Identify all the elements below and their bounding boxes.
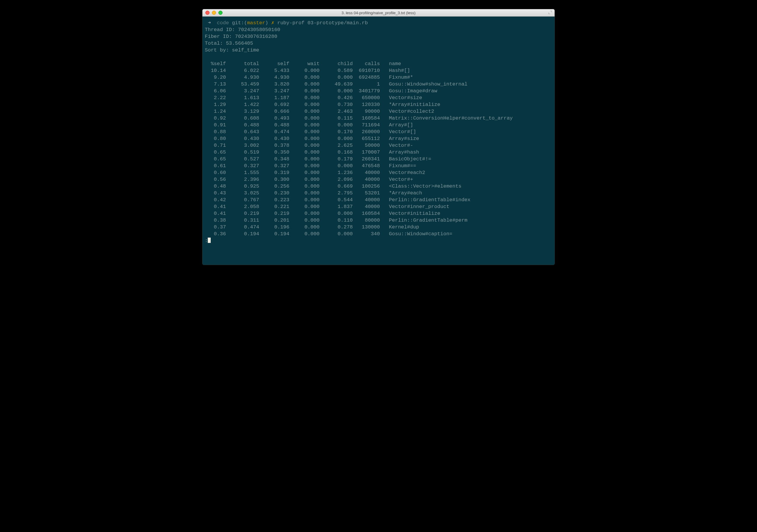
table-row: 0.80 0.430 0.430 0.000 0.000 655112 Arra… [205,136,419,141]
table-row: 10.14 6.022 5.433 0.000 0.589 6910710 Ha… [205,68,410,74]
table-row: 0.36 0.194 0.194 0.000 0.000 340 Gosu::W… [205,231,452,237]
terminal-content[interactable]: ➜ code git:(master) ✗ ruby-prof 03-proto… [202,16,555,247]
zoom-icon[interactable] [218,11,223,15]
table-row: 0.61 0.327 0.327 0.000 0.000 476548 Fixn… [205,163,416,169]
table-row: 0.37 0.474 0.196 0.000 0.278 130000 Kern… [205,224,419,230]
close-icon[interactable] [205,11,209,15]
table-row: 0.88 0.643 0.474 0.000 0.170 260000 Vect… [205,129,416,134]
table-row: 0.41 0.219 0.219 0.000 0.000 160584 Vect… [205,211,440,216]
window-title: 3. less 04-profiling/naive_profile_3.txt… [202,11,555,15]
table-row: 1.24 3.129 0.666 0.000 2.463 90000 Vecto… [205,108,434,114]
table-row: 0.91 0.488 0.488 0.000 0.000 711694 Arra… [205,122,413,128]
table-row: 0.41 2.058 0.221 0.000 1.837 40000 Vecto… [205,204,449,210]
git-prefix: git:( [232,20,247,26]
dirty-icon: ✗ [271,20,274,26]
table-row: 0.48 0.925 0.256 0.000 0.669 100256 <Cla… [205,184,461,189]
table-row: 0.71 3.002 0.378 0.000 2.625 50000 Vecto… [205,143,413,148]
terminal-window: 3. less 04-profiling/naive_profile_3.txt… [202,9,555,265]
table-row: 2.22 1.613 1.187 0.000 0.426 650000 Vect… [205,95,422,101]
table-row: 0.56 2.396 0.300 0.000 2.096 40000 Vecto… [205,177,413,182]
cursor [208,238,211,243]
prompt-arrow-icon: ➜ [208,20,211,26]
git-suffix: ) [265,20,268,26]
table-row: 0.65 0.519 0.350 0.000 0.168 170007 Arra… [205,149,419,155]
table-row: 7.13 53.459 3.820 0.000 49.639 1 Gosu::W… [205,81,468,87]
pager-prompt: : [205,238,208,244]
total-line: Total: 53.566405 [205,41,253,46]
table-row: 0.38 0.311 0.201 0.000 0.110 80000 Perli… [205,218,468,223]
table-row: 6.06 3.247 3.247 0.000 0.000 3401779 Gos… [205,88,438,94]
table-row: 1.29 1.422 0.692 0.000 0.730 120330 *Arr… [205,102,440,107]
window-controls [202,9,223,16]
thread-id-line: Thread ID: 70243058050160 [205,27,280,33]
table-row: 0.92 0.608 0.493 0.000 0.115 160584 Matr… [205,115,513,121]
minimize-icon[interactable] [212,11,216,15]
titlebar: 3. less 04-profiling/naive_profile_3.txt… [202,9,555,16]
table-row: 0.65 0.527 0.348 0.000 0.179 260341 Basi… [205,156,431,162]
command-text: ruby-prof 03-prototype/main.rb [277,20,368,26]
fiber-id-line: Fiber ID: 70243076316280 [205,34,277,39]
table-row: 0.60 1.555 0.319 0.000 1.236 40000 Vecto… [205,170,425,175]
fullscreen-icon[interactable] [548,10,552,15]
columns-header: %self total self wait child calls name [205,61,401,67]
prompt-line: ➜ code git:(master) ✗ ruby-prof 03-proto… [205,20,368,26]
table-row: 9.20 4.930 4.930 0.000 0.000 6924885 Fix… [205,74,413,80]
sort-line: Sort by: self_time [205,47,259,53]
table-row: 0.42 0.767 0.223 0.000 0.544 40000 Perli… [205,197,470,203]
table-row: 0.43 3.025 0.230 0.000 2.795 53201 *Arra… [205,190,422,196]
prompt-dir: code [217,20,229,26]
git-branch: master [247,20,265,26]
